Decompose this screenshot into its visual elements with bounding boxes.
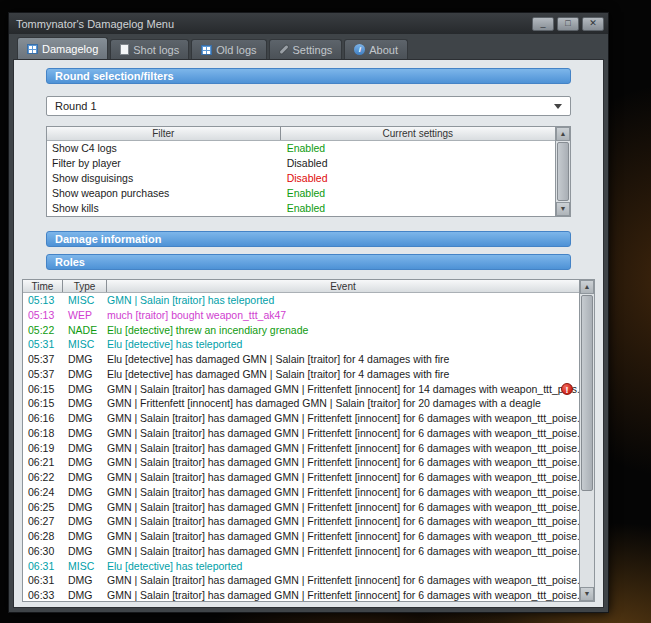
log-type: DMG <box>63 544 107 559</box>
filter-setting: Disabled <box>281 171 555 186</box>
filter-table-header: Filter Current settings <box>47 127 555 141</box>
event-column-header[interactable]: Event <box>107 280 579 292</box>
log-row[interactable]: 06:19DMGGMN | Salain [traitor] has damag… <box>23 441 579 456</box>
section-roles[interactable]: Roles <box>46 254 571 270</box>
filter-name: Show weapon purchases <box>47 186 281 201</box>
filter-name: Show C4 logs <box>47 141 281 156</box>
log-row[interactable]: 06:33DMGGMN | Salain [traitor] has damag… <box>23 588 579 601</box>
tab-damagelog[interactable]: Damagelog <box>17 37 108 59</box>
log-event: Elu [detective] has teleported <box>107 559 579 574</box>
log-type: DMG <box>63 485 107 500</box>
alert-icon[interactable]: ! <box>561 383 573 395</box>
log-row[interactable]: 06:18DMGGMN | Salain [traitor] has damag… <box>23 426 579 441</box>
log-time: 06:27 <box>23 514 63 529</box>
log-type: MISC <box>63 559 107 574</box>
scrollbar-thumb[interactable] <box>557 142 569 201</box>
log-event: Elu [detective] has damaged GMN | Salain… <box>107 367 579 382</box>
log-row[interactable]: 05:31MISCElu [detective] has teleported <box>23 337 579 352</box>
log-type: DMG <box>63 588 107 601</box>
log-row[interactable]: 06:24DMGGMN | Salain [traitor] has damag… <box>23 485 579 500</box>
section-damage-information[interactable]: Damage information <box>46 231 571 247</box>
log-row[interactable]: 06:30DMGGMN | Salain [traitor] has damag… <box>23 544 579 559</box>
log-time: 06:25 <box>23 500 63 515</box>
log-event: GMN | Salain [traitor] has damaged GMN |… <box>107 529 579 544</box>
grid-icon <box>201 45 212 55</box>
maximize-button[interactable]: □ <box>557 17 579 31</box>
log-time: 06:22 <box>23 470 63 485</box>
log-row[interactable]: 06:27DMGGMN | Salain [traitor] has damag… <box>23 514 579 529</box>
scroll-up-button[interactable]: ▲ <box>556 127 570 141</box>
log-time: 05:22 <box>23 323 63 338</box>
log-event: GMN | Salain [traitor] has damaged GMN |… <box>107 470 579 485</box>
filter-row[interactable]: Show weapon purchasesEnabled <box>47 186 555 201</box>
filter-setting: Disabled <box>281 156 555 171</box>
filter-table-scrollbar[interactable]: ▲ ▼ <box>555 127 570 216</box>
log-time: 05:37 <box>23 352 63 367</box>
log-type: DMG <box>63 514 107 529</box>
log-type: DMG <box>63 529 107 544</box>
log-event: GMN | Frittenfett [innocent] has damaged… <box>107 396 579 411</box>
titlebar[interactable]: Tommynator's Damagelog Menu _ □ ✕ <box>9 13 608 34</box>
scroll-down-button[interactable]: ▼ <box>580 587 594 601</box>
log-row[interactable]: 06:21DMGGMN | Salain [traitor] has damag… <box>23 455 579 470</box>
wrench-icon <box>279 45 288 54</box>
scrollbar-track[interactable] <box>556 141 570 202</box>
log-row[interactable]: 05:13WEPmuch [traitor] bought weapon_ttt… <box>23 308 579 323</box>
log-event: GMN | Salain [traitor] has damaged GMN |… <box>107 441 579 456</box>
settings-column-header[interactable]: Current settings <box>281 127 555 140</box>
tab-label: Old logs <box>216 44 256 56</box>
tab-about[interactable]: iAbout <box>344 39 408 59</box>
scrollbar-thumb[interactable] <box>581 295 593 491</box>
tab-strip: DamagelogShot logsOld logsSettingsiAbout <box>9 34 608 59</box>
tab-settings[interactable]: Settings <box>269 39 343 59</box>
log-event: GMN | Salain [traitor] has damaged GMN |… <box>107 382 579 397</box>
log-time: 06:15 <box>23 382 63 397</box>
scroll-down-button[interactable]: ▼ <box>556 202 570 216</box>
scroll-up-button[interactable]: ▲ <box>580 280 594 294</box>
log-type: DMG <box>63 411 107 426</box>
round-select[interactable]: Round 1 <box>46 96 571 116</box>
filter-column-header[interactable]: Filter <box>47 127 281 140</box>
log-type: DMG <box>63 396 107 411</box>
type-column-header[interactable]: Type <box>63 280 107 292</box>
log-row[interactable]: 06:25DMGGMN | Salain [traitor] has damag… <box>23 500 579 515</box>
log-time: 05:13 <box>23 293 63 308</box>
filter-row[interactable]: Show disguisingsDisabled <box>47 171 555 186</box>
log-event: Elu [detective] threw an incendiary gren… <box>107 323 579 338</box>
filter-row[interactable]: Show killsEnabled <box>47 201 555 216</box>
log-event: GMN | Salain [traitor] has damaged GMN |… <box>107 411 579 426</box>
info-icon: i <box>354 44 365 55</box>
minimize-button[interactable]: _ <box>532 17 554 31</box>
section-round-filters[interactable]: Round selection/filters <box>46 68 571 84</box>
log-row[interactable]: 06:31MISCElu [detective] has teleported <box>23 559 579 574</box>
log-row[interactable]: 06:16DMGGMN | Salain [traitor] has damag… <box>23 411 579 426</box>
log-row[interactable]: 05:22NADEElu [detective] threw an incend… <box>23 323 579 338</box>
log-time: 06:19 <box>23 441 63 456</box>
log-row[interactable]: 06:31DMGGMN | Salain [traitor] has damag… <box>23 573 579 588</box>
scrollbar-track[interactable] <box>580 294 594 587</box>
time-column-header[interactable]: Time <box>23 280 63 292</box>
log-table-scrollbar[interactable]: ▲ ▼ <box>579 280 594 601</box>
log-row[interactable]: 06:22DMGGMN | Salain [traitor] has damag… <box>23 470 579 485</box>
window-controls: _ □ ✕ <box>532 17 604 31</box>
window-title: Tommynator's Damagelog Menu <box>16 18 174 30</box>
log-row[interactable]: 06:28DMGGMN | Salain [traitor] has damag… <box>23 529 579 544</box>
close-button[interactable]: ✕ <box>582 17 604 31</box>
log-time: 06:31 <box>23 573 63 588</box>
log-type: DMG <box>63 426 107 441</box>
log-row[interactable]: 05:37DMGElu [detective] has damaged GMN … <box>23 367 579 382</box>
filter-setting: Enabled <box>281 141 555 156</box>
log-row[interactable]: 06:15DMGGMN | Frittenfett [innocent] has… <box>23 396 579 411</box>
log-row[interactable]: 05:37DMGElu [detective] has damaged GMN … <box>23 352 579 367</box>
log-event: GMN | Salain [traitor] has damaged GMN |… <box>107 544 579 559</box>
log-row[interactable]: 06:15DMGGMN | Salain [traitor] has damag… <box>23 382 579 397</box>
filter-row[interactable]: Filter by playerDisabled <box>47 156 555 171</box>
filter-row[interactable]: Show C4 logsEnabled <box>47 141 555 156</box>
log-event: GMN | Salain [traitor] has damaged GMN |… <box>107 485 579 500</box>
log-type: NADE <box>63 323 107 338</box>
log-time: 06:30 <box>23 544 63 559</box>
tab-old-logs[interactable]: Old logs <box>191 39 266 59</box>
tab-label: Shot logs <box>133 44 179 56</box>
log-row[interactable]: 05:13MISCGMN | Salain [traitor] has tele… <box>23 293 579 308</box>
tab-shot-logs[interactable]: Shot logs <box>110 39 189 59</box>
